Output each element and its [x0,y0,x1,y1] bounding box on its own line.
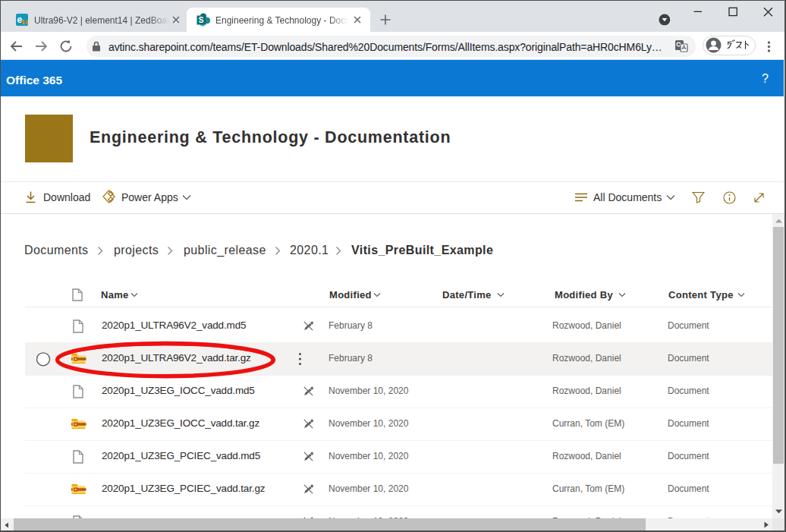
svg-text:14: 14 [21,18,28,26]
svg-text:S: S [199,16,204,24]
